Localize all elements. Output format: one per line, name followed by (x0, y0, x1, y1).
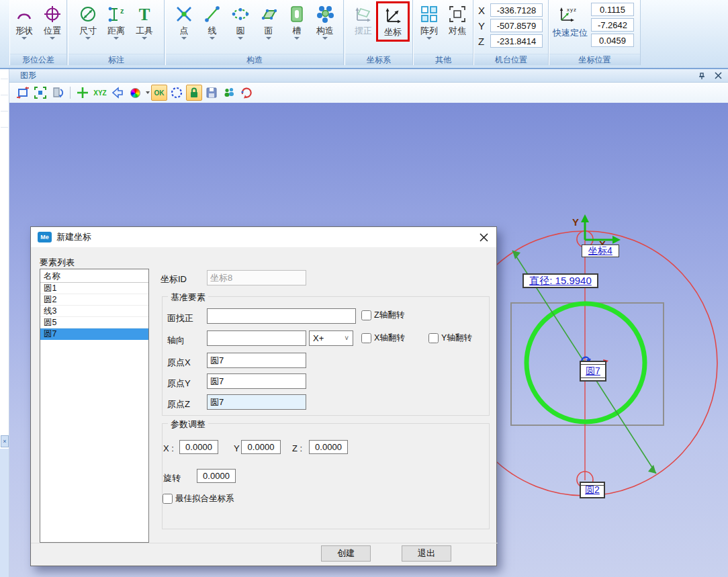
param-x-label: X : (163, 443, 174, 453)
align-button[interactable]: 摆正 (349, 3, 377, 40)
flip-x-checkbox-input[interactable] (361, 333, 371, 343)
distance-button[interactable]: z 距离 (102, 3, 130, 40)
refresh-arrow-icon[interactable] (238, 85, 255, 101)
plane-align-input[interactable] (207, 308, 356, 324)
machine-x-value: -336.7128 (490, 3, 543, 17)
focus-button[interactable]: 对焦 (443, 3, 471, 40)
line-button-label: 线 (208, 26, 217, 36)
svg-text:z: z (120, 7, 124, 15)
flip-z-checkbox-input[interactable] (361, 310, 371, 320)
xyz-axes-toggle-icon[interactable]: XYZ (92, 85, 108, 101)
rotate-input[interactable] (197, 469, 236, 483)
quick-locate-label: 快速定位 (553, 27, 588, 39)
array-grid-icon (420, 3, 439, 26)
color-dropdown-caret-icon[interactable] (146, 91, 150, 94)
dimension-icon (79, 3, 97, 26)
flip-x-checkbox[interactable]: X轴翻转 (361, 332, 405, 344)
flip-y-checkbox[interactable]: Y轴翻转 (428, 332, 472, 344)
quick-locate-button[interactable]: xyz 快速定位 (553, 3, 588, 54)
dialog-close-icon[interactable] (475, 230, 492, 245)
list-item[interactable]: 圆1 (40, 283, 148, 294)
param-y-input[interactable] (241, 440, 281, 454)
coordinate-button[interactable]: 坐标 (379, 4, 407, 37)
dropdown-caret-icon (294, 37, 300, 40)
list-item-selected[interactable]: 圆7 (40, 328, 148, 340)
circle7-feature-label[interactable]: 圆7 (580, 361, 606, 382)
point-button[interactable]: 点 (170, 3, 198, 40)
diameter-measurement-label[interactable]: 直径: 15.9940 (522, 273, 598, 288)
coord-position-z-input[interactable] (591, 34, 634, 47)
list-item[interactable]: 圆2 (40, 294, 148, 306)
dropdown-caret-icon (142, 37, 147, 40)
circle-button[interactable]: 圆 (226, 3, 255, 40)
slot-button[interactable]: 槽 (283, 3, 311, 40)
coordinate-system-label[interactable]: 坐标4 (582, 245, 619, 257)
best-fit-checkbox[interactable]: 最佳拟合坐标系 (163, 493, 234, 504)
list-item[interactable]: 圆5 (40, 317, 148, 328)
tool-icon: T (135, 3, 154, 26)
dimension-button[interactable]: 尺寸 (74, 3, 102, 40)
close-icon[interactable] (712, 71, 724, 81)
save-icon[interactable] (203, 85, 220, 101)
list-item[interactable]: 线3 (40, 306, 148, 317)
viewport-box-icon[interactable] (15, 85, 31, 101)
origin-x-input[interactable] (207, 353, 306, 368)
circle7-label-text: 圆7 (586, 365, 600, 378)
pin-icon[interactable] (696, 71, 708, 81)
align-button-label: 摆正 (355, 26, 372, 36)
users-icon[interactable] (221, 85, 237, 101)
tool-button[interactable]: T 工具 (130, 3, 158, 40)
color-wheel-icon[interactable] (127, 85, 143, 101)
dashed-circle-icon[interactable] (169, 85, 185, 101)
add-point-icon[interactable] (75, 85, 91, 101)
circle-icon (231, 3, 250, 26)
flip-y-checkbox-input[interactable] (428, 333, 439, 343)
point-icon (175, 3, 193, 26)
dropdown-caret-icon (426, 37, 432, 40)
panel-expand-icon[interactable]: × (1, 435, 9, 447)
shape-button[interactable]: 形状 (10, 3, 38, 40)
collapsed-side-panel[interactable]: × (0, 69, 9, 577)
element-listbox[interactable]: 名称 圆1 圆2 线3 圆5 圆7 (40, 269, 149, 543)
exit-button[interactable]: 退出 (402, 545, 451, 562)
ribbon-group-label: 标注 (69, 54, 164, 65)
zoom-extents-icon[interactable] (32, 85, 48, 101)
position-button[interactable]: 位置 (38, 3, 66, 40)
coord-position-y-input[interactable] (591, 18, 634, 32)
ribbon-group-coord-position: xyz 快速定位 坐标位置 (549, 0, 641, 65)
undo-arrow-icon[interactable] (109, 85, 126, 101)
flip-z-checkbox[interactable]: Z轴翻转 (361, 310, 404, 321)
shape-arc-icon (15, 3, 34, 26)
circle2-feature-label[interactable]: 圆2 (580, 482, 605, 498)
position-button-label: 位置 (44, 26, 61, 36)
dropdown-caret-icon (181, 37, 187, 40)
rotate-view-icon[interactable] (50, 85, 66, 101)
axis-direction-input[interactable] (207, 330, 306, 346)
coord-position-x-input[interactable] (591, 3, 634, 16)
array-button[interactable]: 阵列 (415, 3, 443, 40)
construct-button[interactable]: 构造 (311, 3, 339, 40)
flip-z-label: Z轴翻转 (374, 310, 404, 321)
lock-icon[interactable] (186, 85, 202, 101)
line-button[interactable]: 线 (198, 3, 226, 40)
dropdown-caret-icon (210, 37, 215, 40)
dialog-titlebar[interactable]: Me 新建坐标 (31, 227, 496, 247)
create-button[interactable]: 创建 (321, 545, 371, 562)
tool-button-label: 工具 (136, 26, 153, 36)
distance-button-label: 距离 (107, 26, 125, 36)
plane-button[interactable]: 面 (255, 3, 283, 40)
best-fit-checkbox-input[interactable] (163, 494, 173, 504)
dropdown-caret-icon (50, 37, 55, 40)
origin-z-input[interactable] (207, 394, 306, 410)
datum-group-title: 基准要素 (168, 292, 208, 304)
select-caret-icon: ˅ (345, 335, 349, 342)
ok-labels-toggle-icon[interactable]: OK (151, 85, 167, 101)
param-x-input[interactable] (179, 440, 218, 454)
coord-id-label: 坐标ID (161, 273, 187, 285)
axis-direction-select[interactable]: X+ ˅ (309, 330, 353, 346)
ribbon-group-coordsys: 摆正 坐标 坐标系 (345, 0, 413, 65)
param-z-input[interactable] (309, 440, 348, 454)
dropdown-caret-icon (21, 37, 27, 40)
origin-y-input[interactable] (207, 373, 306, 389)
list-header: 名称 (40, 269, 148, 283)
